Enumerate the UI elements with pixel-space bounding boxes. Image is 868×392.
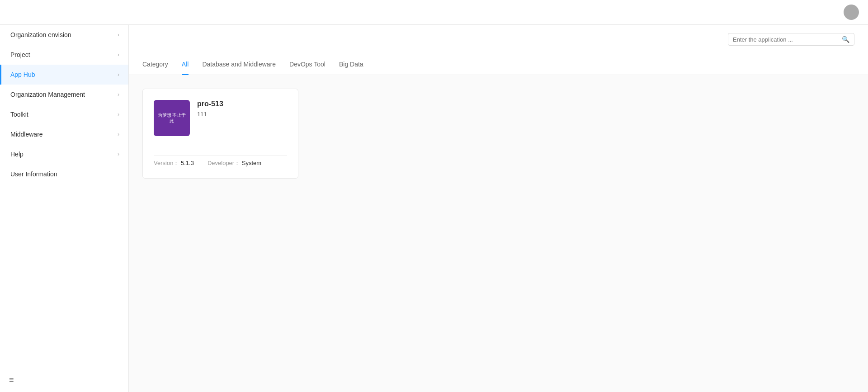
sidebar-item-help[interactable]: Help › bbox=[0, 144, 128, 164]
sidebar-label-toolkit: Toolkit bbox=[10, 111, 28, 118]
sidebar-item-organization-management[interactable]: Organization Management › bbox=[0, 85, 128, 104]
version-label: Version： bbox=[154, 160, 179, 166]
sidebar-footer[interactable]: ≡ bbox=[0, 368, 128, 392]
sidebar-label-app-hub: App Hub bbox=[10, 71, 35, 78]
tab-category[interactable]: Category bbox=[142, 54, 168, 75]
search-input[interactable] bbox=[733, 36, 842, 43]
app-card-footer: Version： 5.1.3 Developer： System bbox=[154, 155, 287, 167]
search-box[interactable]: 🔍 bbox=[728, 33, 854, 46]
arrow-icon: › bbox=[118, 32, 119, 38]
sidebar-label-organization-envision: Organization envision bbox=[10, 31, 71, 38]
layout: Organization envision › Project › App Hu… bbox=[0, 25, 868, 392]
header: EnOS ™ bbox=[0, 0, 868, 25]
sidebar-item-toolkit[interactable]: Toolkit › bbox=[0, 104, 128, 124]
search-icon[interactable]: 🔍 bbox=[842, 36, 849, 43]
arrow-icon: › bbox=[118, 131, 119, 137]
user-avatar[interactable] bbox=[844, 5, 859, 20]
sidebar-item-project[interactable]: Project › bbox=[0, 45, 128, 65]
developer-value: System bbox=[242, 160, 261, 166]
tab-all[interactable]: All bbox=[182, 54, 189, 75]
sidebar: Organization envision › Project › App Hu… bbox=[0, 25, 129, 392]
arrow-icon: › bbox=[118, 111, 119, 118]
sidebar-label-middleware: Middleware bbox=[10, 131, 43, 138]
main-content: 🔍 CategoryAllDatabase and MiddlewareDevO… bbox=[129, 25, 868, 392]
app-card-header: 为梦想 不止于此 pro-513 111 bbox=[154, 100, 287, 136]
app-icon-text: 为梦想 不止于此 bbox=[154, 110, 190, 126]
sidebar-item-organization-envision[interactable]: Organization envision › bbox=[0, 25, 128, 45]
version-value: 5.1.3 bbox=[181, 160, 194, 166]
sidebar-item-user-information[interactable]: User Information bbox=[0, 164, 128, 184]
arrow-icon: › bbox=[118, 71, 119, 78]
arrow-icon: › bbox=[118, 151, 119, 157]
app-name: pro-513 bbox=[197, 100, 287, 108]
header-right bbox=[835, 5, 859, 20]
sidebar-label-user-information: User Information bbox=[10, 170, 57, 178]
sidebar-label-organization-management: Organization Management bbox=[10, 91, 85, 98]
app-icon: 为梦想 不止于此 bbox=[154, 100, 190, 136]
tab-bar: CategoryAllDatabase and MiddlewareDevOps… bbox=[129, 54, 868, 75]
sidebar-label-project: Project bbox=[10, 51, 30, 58]
hamburger-icon[interactable]: ≡ bbox=[9, 375, 14, 384]
app-grid: 为梦想 不止于此 pro-513 111 Version： 5.1.3 Deve… bbox=[129, 75, 868, 392]
tab-database-middleware[interactable]: Database and Middleware bbox=[202, 54, 276, 75]
app-info: pro-513 111 bbox=[197, 100, 287, 118]
app-developer: Developer： System bbox=[208, 159, 261, 167]
app-card-pro-513[interactable]: 为梦想 不止于此 pro-513 111 Version： 5.1.3 Deve… bbox=[142, 89, 298, 179]
sidebar-label-help: Help bbox=[10, 151, 24, 158]
language-switcher[interactable] bbox=[835, 9, 836, 16]
developer-label: Developer： bbox=[208, 160, 240, 166]
arrow-icon: › bbox=[118, 52, 119, 58]
search-area: 🔍 bbox=[129, 25, 868, 54]
tab-devops-tool[interactable]: DevOps Tool bbox=[289, 54, 326, 75]
app-version: Version： 5.1.3 bbox=[154, 159, 194, 167]
sidebar-item-app-hub[interactable]: App Hub › bbox=[0, 65, 128, 85]
app-description: 111 bbox=[197, 111, 287, 118]
tab-big-data[interactable]: Big Data bbox=[339, 54, 363, 75]
sidebar-item-middleware[interactable]: Middleware › bbox=[0, 124, 128, 144]
arrow-icon: › bbox=[118, 91, 119, 98]
